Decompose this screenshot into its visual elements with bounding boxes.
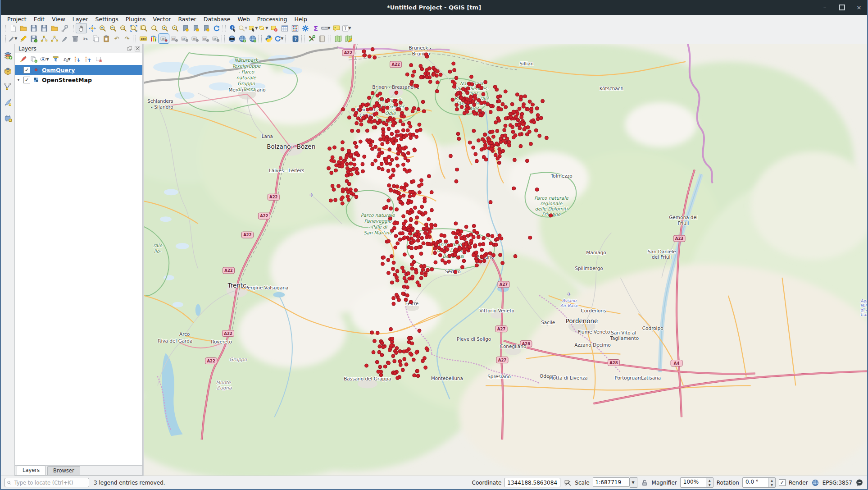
manage-map-themes-button[interactable]: ▼ [39,54,50,64]
reload-plugin-button[interactable]: ▼ [274,34,284,43]
vertex-tool-button[interactable] [49,34,59,43]
open-layer-styling-dock-button[interactable] [18,54,28,64]
magnifier-down[interactable]: ▼ [706,483,713,488]
move-label-button[interactable] [190,34,200,43]
toolbar-handle[interactable] [71,25,74,32]
current-edits-button[interactable]: ▼ [8,34,18,43]
rotation-up[interactable]: ▲ [768,478,775,483]
deselect-features-button[interactable]: ▼ [259,23,269,33]
bookmark-manager-button[interactable] [201,23,211,33]
crs-globe-icon[interactable] [811,479,819,487]
menu-view[interactable]: View [48,15,69,23]
layer-checkbox[interactable]: ✓ [23,77,30,83]
toolbar-handle[interactable] [223,25,226,32]
scale-dropdown[interactable]: ▼ [630,477,637,488]
copy-features-button[interactable] [91,34,101,43]
zoom-next-button[interactable] [170,23,180,33]
python-console-button[interactable] [264,34,274,43]
save-layer-edits-button[interactable] [28,34,39,43]
remove-wms-layer-button[interactable] [247,34,258,43]
filter-by-expression-button[interactable]: ▼ [61,54,72,64]
toolbar-handle[interactable] [133,35,136,42]
locator-input[interactable] [14,479,87,486]
add-raster-layer-button[interactable] [2,81,14,92]
magnifier-up[interactable]: ▲ [706,478,713,483]
toolbar-handle[interactable] [301,35,304,42]
map-tips-button[interactable] [331,23,341,33]
show-spatial-bookmarks-button[interactable] [191,23,201,33]
pan-to-selection-button[interactable] [87,23,97,33]
new-project-button[interactable] [8,23,18,33]
open-project-button[interactable] [18,23,28,33]
save-project-button[interactable] [28,23,39,33]
layer-item-osmquery[interactable]: ✓OsmQuery [15,65,142,75]
toolbar-handle[interactable] [259,35,262,42]
layer-checkbox[interactable]: ✓ [23,67,30,73]
add-mesh-layer-button[interactable] [2,96,14,108]
menu-processing[interactable]: Processing [254,15,291,23]
rotation-spinbox[interactable]: 0.0 ° ▲▼ [742,477,776,488]
save-project-as-button[interactable] [39,23,49,33]
help-contents-button[interactable] [290,34,300,43]
remove-layer-group-button[interactable] [93,54,104,64]
menu-help[interactable]: Help [291,15,311,23]
zoom-to-selection-button[interactable] [139,23,149,33]
zoom-full-button[interactable] [128,23,139,33]
toolbar-handle[interactable] [328,35,331,42]
project-properties-button[interactable] [59,23,70,33]
toolbar-handle[interactable] [222,35,225,42]
undock-panel-icon[interactable] [127,46,133,52]
new-spatial-bookmark-button[interactable] [180,23,191,33]
refresh-map-button[interactable] [211,23,222,33]
render-checkbox[interactable]: ✓ [779,479,786,486]
select-features-button[interactable]: ▼ [248,23,259,33]
add-wms-layer-button[interactable] [237,34,247,43]
lock-scale-icon[interactable] [641,479,649,487]
close-icon[interactable]: × [855,4,863,11]
add-vector-layer-button[interactable] [2,65,14,77]
layer-labeling-options-button[interactable] [138,34,148,43]
redo-button[interactable] [122,34,132,43]
change-label-properties-button[interactable] [210,34,221,43]
locator-box[interactable] [5,478,89,487]
toolbar-handle[interactable] [3,25,6,32]
select-by-form-button[interactable] [269,23,279,33]
menu-settings[interactable]: Settings [92,15,122,23]
metasearch-button[interactable] [227,34,237,43]
run-feature-action-button[interactable]: ▼ [238,23,248,33]
filter-legend-button[interactable] [50,54,61,64]
expand-all-button[interactable] [72,54,82,64]
digitize-with-segment-button[interactable] [39,34,49,43]
rotate-label-button[interactable] [200,34,210,43]
delete-selected-button[interactable] [70,34,80,43]
tab-layers[interactable]: Layers [17,466,45,475]
add-group-button[interactable] [28,54,39,64]
close-panel-icon[interactable] [134,46,141,52]
coordinate-input[interactable] [504,478,560,487]
paste-features-button[interactable] [101,34,111,43]
menu-project[interactable]: Project [4,15,30,23]
toolbar-handle[interactable] [3,35,6,42]
maximize-icon[interactable] [838,4,845,11]
scale-input[interactable] [593,477,630,487]
menu-layer[interactable]: Layer [69,15,92,23]
zoom-to-layer-button[interactable] [149,23,159,33]
text-annotation-button[interactable]: ▼ [341,23,352,33]
layer-diagram-options-button[interactable] [148,34,159,43]
minimize-icon[interactable]: – [821,4,828,11]
rotation-down[interactable]: ▼ [768,483,775,488]
measure-line-button[interactable]: ▼ [321,23,331,33]
menu-raster[interactable]: Raster [174,15,200,23]
undo-button[interactable] [111,34,122,43]
pin-unpin-labels-button[interactable] [159,34,169,43]
show-hide-labels-button[interactable] [179,34,190,43]
expander-icon[interactable]: ▾ [15,78,22,82]
map-canvas[interactable]: A22A22A22A22A22A22A22A22A27A27A27A28A28A… [144,44,867,476]
collapse-all-button[interactable] [82,54,93,64]
processing-toolbox-button[interactable] [300,23,310,33]
magnifier-spinbox[interactable]: 100% ▲▼ [680,477,713,488]
configure-tools-button[interactable] [306,34,317,43]
menu-edit[interactable]: Edit [30,15,48,23]
layer-item-openstreetmap[interactable]: ▾✓OpenStreetMap [15,75,142,85]
pan-map-button[interactable] [76,23,87,33]
